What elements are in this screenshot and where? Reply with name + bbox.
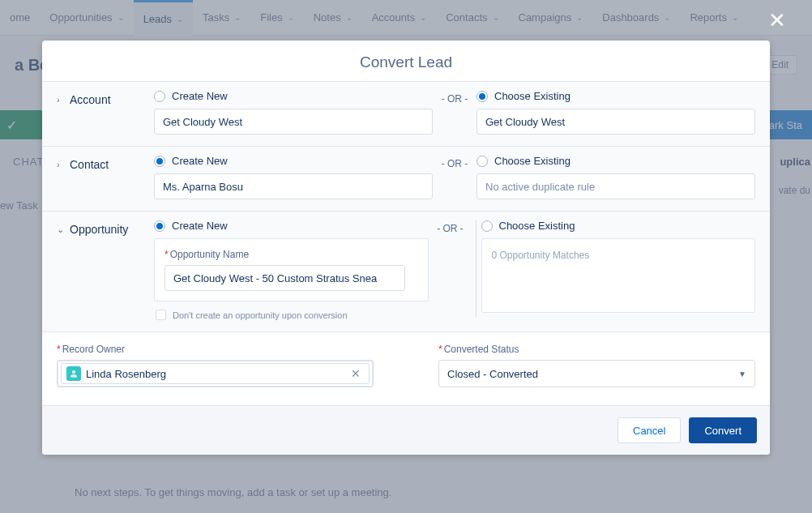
contact-existing-lookup[interactable] — [477, 173, 755, 199]
chevron-right-icon: › — [57, 160, 65, 169]
section-label-contact[interactable]: › Contact — [57, 155, 146, 171]
opportunity-new-box: *Opportunity Name — [154, 238, 429, 301]
account-choose-existing-radio[interactable]: Choose Existing — [477, 90, 755, 102]
svg-point-0 — [72, 370, 75, 374]
radio-icon — [477, 91, 488, 102]
contact-choose-existing-radio[interactable]: Choose Existing — [477, 155, 755, 167]
opportunity-create-new-radio[interactable]: Create New — [154, 220, 429, 232]
account-create-new-radio[interactable]: Create New — [154, 90, 433, 102]
section-contact: › Contact Create New - OR - — [42, 146, 770, 211]
or-separator: - OR - — [433, 155, 477, 169]
owner-status-row: *Record Owner Linda Rosenberg ✕ *Convert… — [42, 331, 770, 405]
account-new-name-input[interactable] — [154, 109, 433, 135]
radio-icon — [477, 156, 488, 167]
section-label-account[interactable]: › Account — [57, 90, 146, 106]
record-owner-label: *Record Owner — [57, 344, 374, 355]
opportunity-matches-box: 0 Opportunity Matches — [481, 238, 756, 313]
or-separator: - OR - — [429, 220, 472, 234]
user-avatar-icon — [66, 366, 81, 381]
opportunity-choose-existing-radio[interactable]: Choose Existing — [481, 220, 756, 232]
vertical-divider — [476, 220, 477, 317]
converted-status-select[interactable]: Closed - Converted ▼ — [438, 360, 755, 387]
opportunity-matches-text: 0 Opportunity Matches — [492, 250, 590, 261]
converted-status-value: Closed - Converted — [447, 368, 538, 380]
radio-icon — [481, 220, 493, 232]
owner-pill: Linda Rosenberg ✕ — [61, 363, 370, 384]
modal-footer: Cancel Convert — [42, 405, 770, 455]
contact-create-new-radio[interactable]: Create New — [154, 155, 433, 167]
contact-new-name-input[interactable] — [154, 173, 433, 199]
section-label-opportunity[interactable]: ⌄ Opportunity — [57, 220, 146, 236]
section-opportunity: ⌄ Opportunity Create New *Opportunity Na… — [42, 211, 770, 331]
converted-status-label: *Converted Status — [438, 344, 755, 355]
account-existing-lookup[interactable] — [477, 109, 755, 135]
record-owner-lookup[interactable]: Linda Rosenberg ✕ — [57, 360, 374, 387]
section-account: › Account Create New - OR - — [42, 81, 770, 146]
dropdown-triangle-icon: ▼ — [738, 370, 746, 378]
chevron-right-icon: › — [57, 95, 65, 105]
owner-name: Linda Rosenberg — [86, 368, 166, 380]
remove-owner-icon[interactable]: ✕ — [348, 367, 364, 380]
dont-create-opportunity-checkbox[interactable]: Don't create an opportunity upon convers… — [156, 310, 429, 320]
radio-icon — [154, 220, 165, 232]
close-icon[interactable]: ✕ — [768, 8, 786, 33]
opportunity-name-label: *Opportunity Name — [165, 249, 418, 260]
modal-title: Convert Lead — [42, 41, 770, 81]
modal-overlay: ✕ Convert Lead › Account Create New — [0, 0, 812, 513]
chevron-down-icon: ⌄ — [57, 224, 65, 235]
cancel-button[interactable]: Cancel — [618, 417, 681, 443]
or-separator: - OR - — [433, 90, 477, 105]
convert-lead-modal: Convert Lead › Account Create New - — [42, 41, 770, 455]
radio-icon — [154, 156, 165, 167]
checkbox-icon — [156, 310, 166, 320]
convert-button[interactable]: Convert — [689, 417, 757, 443]
radio-icon — [154, 91, 165, 102]
opportunity-name-input[interactable] — [165, 265, 405, 291]
